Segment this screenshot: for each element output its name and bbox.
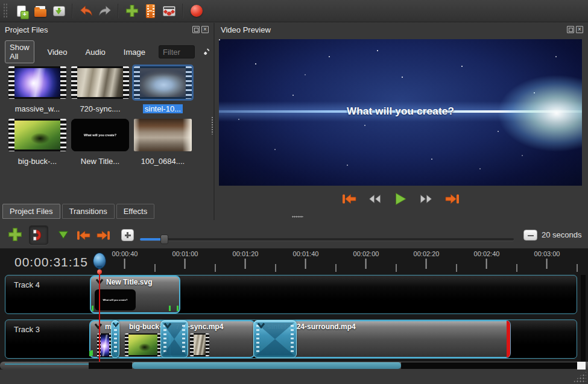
ruler-label: 00:00:40 <box>112 250 138 257</box>
transition-menu-chevron-icon[interactable] <box>163 323 172 329</box>
slider-handle[interactable] <box>160 234 168 244</box>
snapping-toggle-button[interactable] <box>29 225 48 245</box>
filter-image-button[interactable]: Image <box>119 45 150 59</box>
ruler-label: 00:02:20 <box>414 250 440 257</box>
close-panel-icon[interactable] <box>576 26 583 33</box>
add-marker-button[interactable] <box>57 229 70 241</box>
playhead-timecode: 00:00:31:15 <box>14 255 88 269</box>
filter-input[interactable] <box>159 45 195 58</box>
float-panel-icon[interactable] <box>192 26 200 33</box>
video-preview-display[interactable]: What will you create? <box>219 39 582 186</box>
file-label: big-buck-... <box>16 157 58 166</box>
timeline-vertical-scrollbar[interactable] <box>581 275 586 362</box>
clip-new-title[interactable]: New Title.svg What will you create? <box>90 275 180 313</box>
rewind-button[interactable] <box>365 192 384 206</box>
rewind-icon <box>367 194 382 204</box>
playhead-marker[interactable] <box>93 253 106 269</box>
toolbar-separator <box>118 4 119 18</box>
ruler-label: 00:02:00 <box>353 250 379 257</box>
clip-title: big-buck- <box>129 323 162 331</box>
panel-title: Project Files <box>5 25 48 34</box>
video-thumbnail <box>71 66 129 99</box>
open-project-button[interactable] <box>31 2 49 20</box>
save-project-button[interactable] <box>49 2 68 20</box>
project-files-header: Project Files <box>0 23 213 36</box>
clip-resize-handle[interactable] <box>91 350 93 356</box>
float-panel-icon[interactable] <box>567 26 574 33</box>
transition[interactable] <box>160 320 188 358</box>
clip-resize-handle[interactable] <box>169 306 171 311</box>
clip-preview-text: What will you create? <box>103 298 128 301</box>
tab-project-files[interactable]: Project Files <box>2 204 60 219</box>
video-thumbnail <box>134 66 192 99</box>
seek-start-button[interactable] <box>340 192 358 206</box>
title-preview-text: What will you create? <box>84 133 116 137</box>
file-item[interactable]: 100_0684.... <box>131 119 194 166</box>
plus-icon <box>125 4 139 17</box>
timeline[interactable]: 00:00:31:15 00:00:40 00:01:00 00:01:20 0… <box>0 248 588 370</box>
clip-resize-handle[interactable] <box>89 351 91 356</box>
video-preview-header: Video Preview <box>216 23 588 36</box>
track-name: Track 3 <box>14 325 40 334</box>
import-files-button[interactable] <box>122 2 141 20</box>
new-project-button[interactable] <box>12 2 31 20</box>
fullscreen-button[interactable] <box>160 2 179 20</box>
ruler-mark: 00:02:00 <box>353 250 379 269</box>
scrollbar-groove-segment <box>401 362 577 369</box>
track-name: Track 4 <box>14 280 40 289</box>
add-track-button[interactable] <box>7 227 23 242</box>
previous-marker-button[interactable] <box>75 228 92 242</box>
center-on-playhead-button[interactable] <box>121 229 134 241</box>
transition-menu-chevron-icon[interactable] <box>257 323 265 329</box>
track-3[interactable]: Track 3 m big-buck- 720-sync.mp4 sintel-… <box>5 319 577 359</box>
plus-icon <box>8 227 22 242</box>
clip-resize-handle[interactable] <box>92 306 93 311</box>
horizontal-splitter-handle[interactable] <box>292 216 303 218</box>
zoom-out-button[interactable] <box>523 230 537 241</box>
clip-resize-handle[interactable] <box>177 306 179 311</box>
transition-menu-chevron-icon[interactable] <box>112 322 119 327</box>
video-thumbnail <box>8 119 66 151</box>
timeline-zoom-slider[interactable] <box>140 238 514 241</box>
seek-end-button[interactable] <box>443 192 461 206</box>
video-frame: What will you create? <box>219 39 582 186</box>
clip-thumbnail: What will you create? <box>95 289 136 310</box>
fast-forward-button[interactable] <box>417 192 435 206</box>
filter-show-all-button[interactable]: Show All <box>5 40 34 63</box>
file-filter-row: Show All Video Audio Image <box>5 43 210 60</box>
redo-button[interactable] <box>95 2 114 20</box>
file-item-selected[interactable]: sintel-10... <box>131 66 194 114</box>
tab-effects[interactable]: Effects <box>116 204 155 219</box>
filter-video-button[interactable]: Video <box>43 45 72 59</box>
file-label: massive_w... <box>13 104 62 113</box>
vertical-scrollbar-thumb[interactable] <box>577 362 586 370</box>
choose-profile-button[interactable] <box>141 2 160 20</box>
video-preview-panel: Video Preview What will you create? <box>216 23 588 220</box>
transition[interactable] <box>253 320 297 358</box>
window-resize-grip[interactable] <box>573 371 586 382</box>
play-button[interactable] <box>391 192 409 206</box>
left-panel-tabs: Project Files Transitions Effects <box>2 204 154 219</box>
horizontal-scrollbar-thumb[interactable] <box>132 362 401 369</box>
next-marker-button[interactable] <box>95 228 112 242</box>
file-item[interactable]: 720-sync.... <box>69 66 131 114</box>
panel-splitter-handle[interactable] <box>211 116 213 134</box>
file-item[interactable]: big-buck-... <box>6 119 69 166</box>
undo-button[interactable] <box>77 2 95 20</box>
ruler-label: 00:03:00 <box>534 250 560 257</box>
file-item[interactable]: massive_w... <box>6 66 69 114</box>
transition[interactable] <box>111 320 119 358</box>
clip-menu-chevron-icon[interactable] <box>94 323 103 329</box>
toolbar-drag-handle[interactable] <box>3 3 8 19</box>
main-toolbar <box>0 0 588 22</box>
clear-filter-broom-icon[interactable] <box>203 46 210 58</box>
tab-transitions[interactable]: Transitions <box>62 204 115 219</box>
export-video-button[interactable] <box>187 2 206 20</box>
filter-audio-button[interactable]: Audio <box>81 45 110 59</box>
close-panel-icon[interactable] <box>201 26 209 33</box>
file-item[interactable]: What will you create? New Title... <box>69 119 131 166</box>
track-4[interactable]: Track 4 New Title.svg What will you crea… <box>5 275 577 314</box>
redo-icon <box>98 5 112 16</box>
seek-start-icon <box>341 193 357 205</box>
record-circle-icon <box>191 5 203 17</box>
